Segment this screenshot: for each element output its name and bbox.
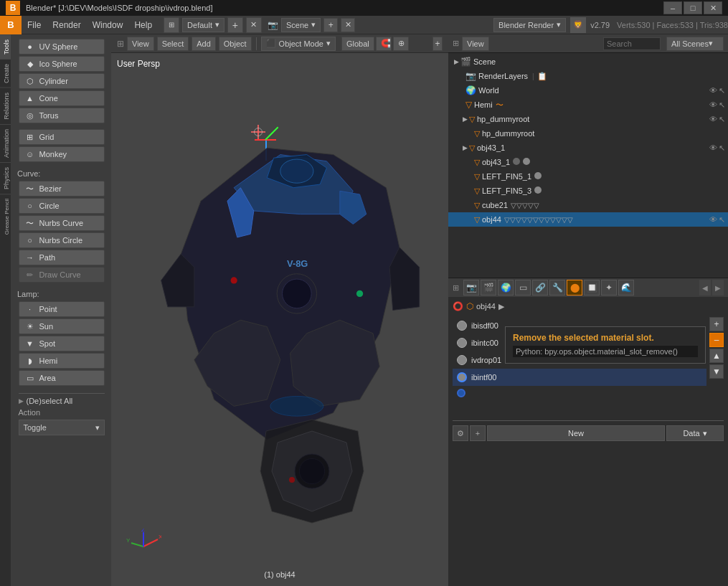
minimize-button[interactable]: – [663,1,682,14]
tree-item-cube21[interactable]: ▽ cube21 ▽▽▽▽▽ [448,198,728,212]
close-button[interactable]: ✕ [704,1,722,14]
fin1-icons [534,172,542,181]
obj44-eye[interactable]: 👁 [709,215,717,224]
tree-item-hemi[interactable]: ▽ Hemi 〜 👁 ↖ [448,98,728,112]
material-item-empty2[interactable] [453,400,706,415]
toggle-dropdown[interactable]: Toggle ▾ [19,420,105,435]
object-props-icon[interactable]: ▭ [515,280,531,296]
viewport-plus-icon[interactable]: + [227,17,243,33]
tree-item-leftfin3[interactable]: ▽ LEFT_FIN5_3 [448,184,728,198]
add-menu[interactable]: Add [192,37,216,51]
render-engine-dropdown[interactable]: Blender Render ▾ [493,18,566,32]
textures-icon[interactable]: 🔲 [584,280,600,296]
materials-icon[interactable]: ⬤ [567,280,582,296]
tool-sun[interactable]: ☀ Sun [19,318,105,334]
tree-item-leftfin1[interactable]: ▽ LEFT_FIN5_1 [448,169,728,184]
tab-animation[interactable]: Animation [0,124,11,162]
mat-link-icon[interactable]: + [470,425,486,441]
cube21-label: cube21 [482,201,508,209]
particles-icon[interactable]: ✦ [601,280,617,296]
render-props-icon[interactable]: 📷 [463,280,479,296]
tool-grid[interactable]: ⊞ Grid [19,129,105,145]
tab-tools[interactable]: Tools [0,34,11,59]
mat-down-btn[interactable]: ▼ [709,364,724,379]
tab-relations[interactable]: Relations [0,88,11,124]
tab-physics[interactable]: Physics [0,162,11,194]
tool-point[interactable]: · Point [19,301,105,317]
tree-item-world[interactable]: 🌍 World 👁 ↖ [448,83,728,98]
constraints-icon[interactable]: 🔗 [532,280,548,296]
outliner-view-btn[interactable]: View [462,37,489,51]
mat-settings-icon[interactable]: ⚙ [453,425,468,441]
tool-bezier[interactable]: 〜 Bezier [19,181,105,197]
tree-item-obj44[interactable]: ▽ obj44 ▽▽▽▽▽▽▽▽▽▽▽▽ 👁 ↖ [448,212,728,227]
viewport-plus-btn[interactable]: + [432,37,443,51]
menu-render[interactable]: Render [47,16,86,34]
all-scenes-dropdown[interactable]: All Scenes ▾ [666,37,724,51]
tool-area[interactable]: ▭ Area [19,370,105,386]
tool-circle[interactable]: ○ Circle [19,198,105,214]
maximize-button[interactable]: □ [684,1,702,14]
mat-up-btn[interactable]: ▲ [709,349,724,363]
outliner-menu-icon[interactable]: ⊞ [453,39,459,48]
scene-x-icon[interactable]: ✕ [341,18,355,32]
workspace-dropdown[interactable]: Default ▾ [182,18,224,32]
tree-item-obj43b[interactable]: ▽ obj43_1 [448,155,728,169]
tool-torus[interactable]: ◎ Torus [19,108,105,123]
cylinder-icon: ⬡ [24,75,37,87]
cube21-icon: ▽ [474,201,480,210]
tool-monkey[interactable]: ☺ Monkey [19,146,105,162]
tool-cone[interactable]: ▲ Cone [19,90,105,106]
obj43-eye[interactable]: 👁 [709,143,717,152]
global-local[interactable]: Global [341,37,374,51]
mode-dropdown[interactable]: ⬛ Object Mode ▾ [261,37,336,51]
physics-icon[interactable]: 🌊 [618,280,634,296]
menu-help[interactable]: Help [128,16,158,34]
viewport-menu-icon[interactable]: ⊞ [117,39,124,49]
new-material-button[interactable]: New [487,425,665,441]
prop-nav-right[interactable]: ▶ [712,280,724,296]
hp-eye[interactable]: 👁 [709,115,717,123]
world-eye[interactable]: 👁 [709,86,717,95]
select-menu[interactable]: Select [157,37,189,51]
viewport-x-icon[interactable]: ✕ [246,17,262,33]
tool-hemi[interactable]: ◗ Hemi [19,353,105,369]
menu-window[interactable]: Window [87,16,129,34]
tree-item-scene[interactable]: ▶ 🎬 Scene [448,55,728,69]
tree-item-hpdummyroot[interactable]: ▶ ▽ hp_dummyroot 👁 ↖ [448,112,728,126]
tool-cylinder[interactable]: ⬡ Cylinder [19,73,105,89]
prop-nav-left[interactable]: ◀ [699,280,711,296]
tool-path[interactable]: → Path [19,250,105,265]
material-item-ibintf00[interactable]: ibintf00 [453,369,706,386]
data-type-dropdown[interactable]: Data ▾ [666,425,724,441]
view-menu[interactable]: View [127,37,154,51]
snap-btn[interactable]: 🧲 [376,37,392,51]
outliner-search[interactable] [603,37,661,50]
material-item-empty1[interactable] [453,386,706,400]
tree-item-hpdummyroot2[interactable]: ▽ hp_dummyroot [448,126,728,141]
object-menu[interactable]: Object [219,37,252,51]
tool-spot[interactable]: ▼ Spot [19,336,105,351]
tree-item-obj43[interactable]: ▶ ▽ obj43_1 👁 ↖ [448,141,728,155]
pivot-btn[interactable]: ⊕ [393,37,409,51]
world-props-icon[interactable]: 🌍 [498,280,514,296]
tree-item-renderlayers[interactable]: 📷 RenderLayers | 📋 [448,69,728,83]
tool-draw-curve[interactable]: ✏ Draw Curve [19,267,105,283]
tool-nurbs-curve[interactable]: 〜 Nurbs Curve [19,215,105,231]
scene-props-icon[interactable]: 🎬 [481,280,496,296]
menu-file[interactable]: File [22,16,47,34]
tool-ico-sphere[interactable]: ◆ Ico Sphere [19,56,105,72]
scene-plus-icon[interactable]: + [323,18,338,32]
tool-uv-sphere[interactable]: ● UV Sphere [19,39,105,55]
mat-add-btn[interactable]: + [709,317,724,331]
tool-nurbs-circle[interactable]: ○ Nurbs Circle [19,232,105,248]
viewport-canvas[interactable]: V-8G User Persp [111,53,448,586]
tab-create[interactable]: Create [0,59,11,88]
prop-menu-icon[interactable]: ⊞ [453,283,459,293]
hemi-eye[interactable]: 👁 [709,100,717,109]
tab-grease-pencil[interactable]: Grease Pencil [0,194,11,239]
mat-remove-btn[interactable]: – Remove the selected material slot. Pyt… [709,333,724,347]
scene-dropdown[interactable]: Scene ▾ [281,18,321,32]
modifiers-icon[interactable]: 🔧 [549,280,565,296]
deselect-all[interactable]: ▶ (De)select All [19,397,105,405]
